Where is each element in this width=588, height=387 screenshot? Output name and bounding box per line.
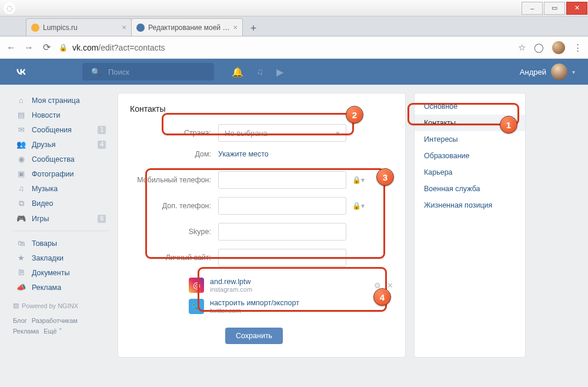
vk-left-nav: ⌂Моя страница ▤Новости ✉Сообщения1 👥Друз…: [13, 93, 109, 358]
nav-forward-icon[interactable]: →: [24, 42, 34, 53]
games-icon: 🎮: [16, 214, 26, 223]
nav-games[interactable]: 🎮Игры6: [13, 211, 109, 226]
home-label: Дом:: [130, 150, 218, 158]
mobile-input[interactable]: [218, 171, 346, 189]
browser-addressbar: ← → ⟳ 🔒 vk.com/edit?act=contacts ☆ ◯ ⋮: [0, 36, 588, 59]
vk-header: 🔍 Поиск 🔔 ♫ ▶ Андрей ▾: [0, 59, 588, 85]
website-input[interactable]: [218, 249, 346, 266]
music-icon[interactable]: ♫: [256, 66, 263, 78]
footer-more[interactable]: Ещё ˅: [44, 328, 62, 335]
section-interests[interactable]: Интересы: [415, 131, 525, 148]
browser-tab-lumpics[interactable]: Lumpics.ru ×: [26, 18, 132, 36]
altphone-label: Доп. телефон:: [130, 202, 218, 210]
nav-docs[interactable]: 🖹Документы: [13, 265, 109, 280]
nav-bookmarks[interactable]: ★Закладки: [13, 251, 109, 265]
annotation-bubble-3: 3: [376, 168, 394, 186]
section-life-position[interactable]: Жизненная позиция: [415, 197, 525, 213]
section-education[interactable]: Образование: [415, 148, 525, 164]
nav-market[interactable]: 🛍Товары: [13, 236, 109, 251]
annotation-bubble-4: 4: [373, 288, 391, 306]
section-military[interactable]: Военная служба: [415, 181, 525, 197]
privacy-lock-icon[interactable]: 🔒▾: [352, 202, 365, 210]
nav-news[interactable]: ▤Новости: [13, 108, 109, 122]
photos-icon: ▣: [16, 169, 26, 178]
lock-icon: 🔒: [59, 44, 68, 52]
remove-icon[interactable]: ✕: [387, 281, 393, 290]
tab-label: Lumpics.ru: [43, 24, 118, 32]
nav-video[interactable]: ⧉Видео: [13, 196, 109, 211]
footer-ads[interactable]: Реклама: [13, 328, 39, 335]
favicon-lumpics: [31, 24, 39, 32]
footer-blog[interactable]: Блог: [13, 317, 27, 324]
twitter-icon: 🐦: [189, 299, 204, 314]
omnibox[interactable]: 🔒 vk.com/edit?act=contacts: [59, 43, 511, 52]
app-icon: ◌: [4, 2, 15, 14]
vk-user-menu[interactable]: Андрей ▾: [520, 64, 575, 80]
bookmarks-icon: ★: [16, 253, 26, 262]
save-button[interactable]: Сохранить: [225, 328, 283, 344]
window-minimize-button[interactable]: [522, 2, 543, 15]
country-label: Страна:: [130, 129, 218, 137]
video-icon: ⧉: [16, 199, 26, 208]
home-icon: ⌂: [16, 96, 26, 105]
new-tab-button[interactable]: +: [246, 21, 261, 36]
play-icon[interactable]: ▶: [276, 66, 283, 78]
favicon-vk: [136, 24, 145, 32]
linked-instagram[interactable]: ◎ and.rew.lptw instagram.com ⚙ ✕: [189, 275, 393, 296]
vk-page: 🔍 Поиск 🔔 ♫ ▶ Андрей ▾ ⌂Моя страница ▤Но…: [0, 59, 588, 387]
url-text: vk.com/edit?act=contacts: [72, 43, 165, 52]
country-select[interactable]: Не выбрана ▾: [218, 124, 346, 142]
profile-avatar-icon[interactable]: [552, 41, 565, 54]
tab-close-icon[interactable]: ×: [122, 23, 126, 32]
privacy-lock-icon[interactable]: 🔒▾: [352, 176, 365, 184]
footer-dev[interactable]: Разработчикам: [32, 317, 78, 324]
nav-music[interactable]: ♫Музыка: [13, 181, 109, 196]
news-icon: ▤: [16, 111, 26, 119]
window-close-button[interactable]: [566, 2, 587, 15]
section-career[interactable]: Карьера: [415, 164, 525, 181]
altphone-input[interactable]: [218, 197, 346, 215]
notifications-icon[interactable]: 🔔: [232, 66, 243, 78]
nav-photos[interactable]: ▣Фотографии: [13, 166, 109, 181]
tab-label: Редактирование моей страниц: [148, 24, 229, 32]
vk-logo-icon[interactable]: [13, 64, 29, 80]
os-titlebar: ◌: [0, 0, 588, 16]
linked-twitter[interactable]: 🐦 настроить импорт/экспорт twitter.com: [189, 296, 393, 317]
nav-messages[interactable]: ✉Сообщения1: [13, 122, 109, 137]
badge: 4: [98, 141, 106, 149]
nav-back-icon[interactable]: ←: [6, 42, 16, 53]
linked-accounts: ◎ and.rew.lptw instagram.com ⚙ ✕ 🐦 настр…: [189, 275, 393, 317]
section-basic[interactable]: Основное: [415, 98, 525, 115]
nav-friends[interactable]: 👥Друзья4: [13, 137, 109, 152]
country-select-value: Не выбрана: [225, 129, 268, 138]
twitter-setup-link: настроить импорт/экспорт: [210, 299, 299, 307]
ads-icon: 📣: [16, 283, 26, 292]
window-maximize-button[interactable]: [544, 2, 565, 15]
browser-tab-vk-edit[interactable]: Редактирование моей страниц ×: [131, 18, 243, 36]
badge: 1: [98, 126, 106, 134]
skype-label: Skype:: [130, 228, 218, 236]
home-link[interactable]: Укажите место: [218, 150, 269, 158]
nav-reload-icon[interactable]: ⟳: [41, 42, 52, 53]
badge: 6: [98, 215, 106, 223]
search-placeholder: Поиск: [108, 68, 129, 76]
browser-menu-icon[interactable]: ⋮: [573, 42, 582, 53]
chevron-down-icon: ▾: [336, 129, 340, 138]
skype-input[interactable]: [218, 223, 346, 241]
nav-communities[interactable]: ◉Сообщества: [13, 152, 109, 166]
instagram-icon: ◎: [189, 278, 204, 293]
tab-close-icon[interactable]: ×: [233, 23, 238, 32]
bookmark-star-icon[interactable]: ☆: [518, 42, 526, 53]
chevron-down-icon: ▾: [572, 69, 575, 75]
powered-by: ▧Powered by NGINX: [13, 302, 109, 309]
footer-links: БлогРазработчикам РекламаЕщё ˅: [13, 315, 109, 336]
user-avatar: [551, 64, 567, 80]
browser-tabstrip: Lumpics.ru × Редактирование моей страниц…: [0, 16, 588, 36]
nav-my-page[interactable]: ⌂Моя страница: [13, 93, 109, 108]
search-icon: 🔍: [88, 64, 103, 79]
mobile-label: Мобильный телефон:: [130, 176, 218, 184]
extension-icon[interactable]: ◯: [534, 42, 544, 53]
nav-ads[interactable]: 📣Реклама: [13, 280, 109, 295]
vk-search-box[interactable]: 🔍 Поиск: [82, 63, 214, 81]
music-nav-icon: ♫: [16, 184, 26, 193]
